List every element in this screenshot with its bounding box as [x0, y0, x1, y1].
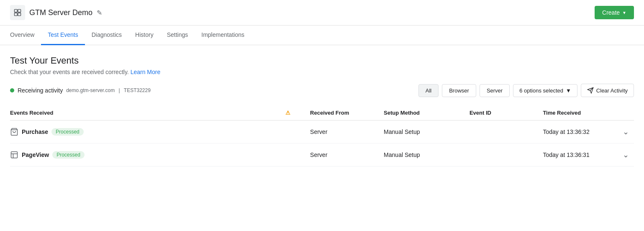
- event-name-cell-2: PageView Processed: [10, 144, 285, 167]
- time-cell-1: Today at 13:36:32: [543, 121, 623, 144]
- received-from-cell-1: Server: [310, 121, 384, 144]
- event-name-cell: Purchase Processed: [10, 121, 285, 144]
- processed-badge: Processed: [51, 128, 84, 136]
- filter-browser-button[interactable]: Browser: [442, 84, 476, 97]
- learn-more-link[interactable]: Learn More: [131, 69, 161, 75]
- processed-badge-2: Processed: [52, 151, 85, 159]
- expand-cell-2[interactable]: ⌄: [623, 144, 634, 167]
- col-header-setup-method: Setup Method: [384, 105, 470, 121]
- filter-all-button[interactable]: All: [418, 84, 439, 97]
- setup-method-cell-1: Manual Setup: [384, 121, 470, 144]
- tab-history[interactable]: History: [128, 26, 160, 45]
- col-header-received-from: Received From: [310, 105, 384, 121]
- container-icon: [10, 5, 25, 20]
- warning-cell-1: [285, 121, 310, 144]
- purchase-icon: [10, 128, 18, 136]
- warning-icon: ⚠: [285, 110, 290, 116]
- tab-test-events[interactable]: Test Events: [41, 26, 85, 45]
- activity-label: Receiving activity: [18, 87, 63, 94]
- event-id-cell-2: [470, 144, 543, 167]
- col-header-warning: ⚠: [285, 105, 310, 121]
- activity-bar: Receiving activity demo.gtm-server.com |…: [10, 84, 634, 97]
- col-header-time-received: Time Received: [543, 105, 623, 121]
- page-title: Test Your Events: [10, 55, 634, 66]
- setup-method-cell-2: Manual Setup: [384, 144, 470, 167]
- create-arrow: ▼: [622, 10, 626, 15]
- expand-icon-1[interactable]: ⌄: [623, 128, 629, 136]
- tab-diagnostics[interactable]: Diagnostics: [85, 26, 128, 45]
- activity-separator: |: [119, 87, 120, 93]
- col-header-events: Events Received: [10, 105, 285, 121]
- options-arrow: ▼: [566, 87, 571, 94]
- tab-overview[interactable]: Overview: [10, 26, 41, 45]
- app-title: GTM Server Demo: [29, 8, 92, 17]
- page-subtitle: Check that your events are received corr…: [10, 69, 634, 75]
- activity-status-dot: [10, 88, 14, 92]
- svg-rect-2: [15, 13, 18, 16]
- expand-cell-1[interactable]: ⌄: [623, 121, 634, 144]
- table-header-row: Events Received ⚠ Received From Setup Me…: [10, 105, 634, 121]
- main-content: Test Your Events Check that your events …: [0, 45, 644, 177]
- time-cell-2: Today at 13:36:31: [543, 144, 623, 167]
- svg-rect-3: [18, 13, 21, 16]
- received-from-cell-2: Server: [310, 144, 384, 167]
- svg-rect-0: [15, 10, 18, 13]
- app-header: GTM Server Demo ✎ Create ▼: [0, 0, 644, 26]
- activity-right: All Browser Server 6 options selected ▼ …: [418, 84, 634, 97]
- activity-container-id: TEST32229: [124, 87, 151, 93]
- expand-icon-2[interactable]: ⌄: [623, 151, 629, 159]
- table-row[interactable]: Purchase Processed Server Manual Setup T…: [10, 121, 634, 144]
- activity-left: Receiving activity demo.gtm-server.com |…: [10, 87, 151, 94]
- warning-cell-2: [285, 144, 310, 167]
- event-name-label: Purchase: [22, 128, 48, 135]
- svg-rect-7: [11, 152, 18, 158]
- event-id-cell-1: [470, 121, 543, 144]
- clear-activity-button[interactable]: Clear Activity: [581, 84, 634, 97]
- create-button[interactable]: Create ▼: [595, 6, 634, 19]
- col-header-event-id: Event ID: [470, 105, 543, 121]
- activity-domain: demo.gtm-server.com | TEST32229: [66, 87, 151, 93]
- event-name-label-2: PageView: [22, 151, 49, 158]
- events-table: Events Received ⚠ Received From Setup Me…: [10, 105, 634, 167]
- nav-tabs: Overview Test Events Diagnostics History…: [0, 26, 644, 45]
- svg-rect-1: [18, 10, 21, 13]
- filter-server-button[interactable]: Server: [480, 84, 510, 97]
- tab-implementations[interactable]: Implementations: [195, 26, 251, 45]
- tab-settings[interactable]: Settings: [160, 26, 195, 45]
- pageview-icon: [10, 151, 18, 159]
- table-row[interactable]: PageView Processed Server Manual Setup T…: [10, 144, 634, 167]
- clear-icon: [587, 87, 594, 94]
- options-button[interactable]: 6 options selected ▼: [513, 84, 577, 97]
- edit-icon[interactable]: ✎: [97, 9, 102, 17]
- header-left: GTM Server Demo ✎: [10, 5, 102, 20]
